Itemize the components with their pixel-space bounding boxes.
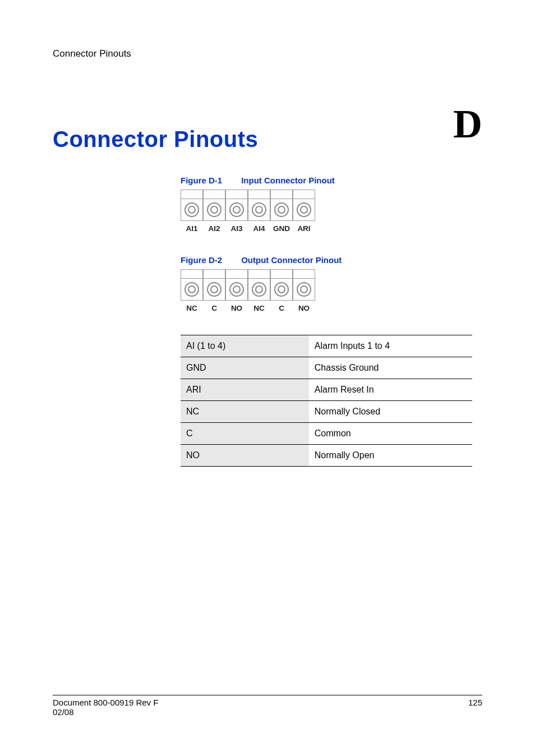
figure-d2-title: Output Connector Pinout — [241, 255, 342, 265]
figure-d2-prefix: Figure D-2 — [181, 255, 222, 265]
abbr-cell: NC — [181, 401, 309, 423]
terminal: NO — [225, 269, 248, 312]
footer-left: Document 800-00919 Rev F 02/08 — [53, 698, 158, 717]
footer-doc-id: Document 800-00919 Rev F — [53, 698, 158, 707]
abbr-cell: AI (1 to 4) — [181, 335, 309, 357]
abbr-cell: C — [181, 423, 309, 445]
desc-cell: Alarm Inputs 1 to 4 — [309, 335, 472, 357]
terminal-label: AI2 — [208, 224, 220, 233]
pinout-table: AI (1 to 4) Alarm Inputs 1 to 4 GND Chas… — [181, 335, 472, 467]
screw-icon — [274, 202, 289, 217]
table-row: ARI Alarm Reset In — [181, 379, 472, 401]
table-row: AI (1 to 4) Alarm Inputs 1 to 4 — [181, 335, 472, 357]
terminal-label: ARI — [297, 224, 310, 233]
screw-icon — [297, 282, 311, 297]
footer-date: 02/08 — [53, 707, 158, 717]
terminal-label: AI3 — [230, 224, 242, 233]
page: Connector Pinouts D Connector Pinouts Fi… — [0, 0, 535, 756]
terminal: NC — [181, 269, 203, 312]
terminal: AI2 — [203, 190, 225, 233]
terminal-label: AI4 — [253, 224, 265, 233]
screw-icon — [185, 282, 199, 297]
footer-page-number: 125 — [468, 698, 482, 717]
figure-d1: Figure D-1Input Connector Pinout AI1 AI2… — [181, 176, 472, 233]
content-column: Figure D-1Input Connector Pinout AI1 AI2… — [181, 176, 472, 467]
figure-d2: Figure D-2Output Connector Pinout NC C N… — [181, 255, 472, 312]
table-row: NO Normally Open — [181, 445, 472, 467]
screw-icon — [207, 282, 222, 297]
terminal-label: NC — [186, 304, 197, 312]
abbr-cell: GND — [181, 357, 309, 379]
screw-icon — [252, 282, 266, 297]
screw-icon — [185, 202, 199, 217]
terminal: C — [270, 269, 293, 312]
table-row: NC Normally Closed — [181, 401, 472, 423]
terminal: GND — [270, 190, 293, 233]
figure-d1-caption: Figure D-1Input Connector Pinout — [181, 176, 472, 185]
screw-icon — [229, 282, 244, 297]
abbr-cell: ARI — [181, 379, 309, 401]
terminal-label: NC — [253, 304, 265, 312]
terminal: AI3 — [225, 190, 248, 233]
running-header: Connector Pinouts — [53, 48, 482, 59]
terminal-label: C — [279, 304, 284, 312]
figure-d1-prefix: Figure D-1 — [181, 176, 222, 185]
terminal-label: NO — [231, 304, 242, 312]
screw-icon — [229, 202, 244, 217]
terminal: NC — [248, 269, 270, 312]
screw-icon — [207, 202, 222, 217]
page-title: Connector Pinouts — [53, 127, 482, 152]
desc-cell: Alarm Reset In — [309, 379, 472, 401]
abbr-cell: NO — [181, 445, 309, 467]
terminal: NO — [293, 269, 315, 312]
figure-d2-terminals: NC C NO NC — [181, 269, 472, 312]
terminal: C — [203, 269, 225, 312]
screw-icon — [274, 282, 289, 297]
terminal-label: NO — [298, 304, 310, 312]
desc-cell: Normally Closed — [309, 401, 472, 423]
desc-cell: Chassis Ground — [309, 357, 472, 379]
terminal-label: C — [211, 304, 217, 312]
figure-d1-terminals: AI1 AI2 AI3 AI4 — [181, 190, 472, 233]
terminal: ARI — [293, 190, 315, 233]
screw-icon — [252, 202, 266, 217]
terminal: AI1 — [181, 190, 203, 233]
figure-d2-caption: Figure D-2Output Connector Pinout — [181, 255, 472, 265]
desc-cell: Common — [309, 423, 472, 445]
figure-d1-title: Input Connector Pinout — [241, 176, 335, 185]
terminal: AI4 — [248, 190, 270, 233]
screw-icon — [297, 202, 311, 217]
terminal-label: AI1 — [186, 224, 197, 233]
desc-cell: Normally Open — [309, 445, 472, 467]
table-row: C Common — [181, 423, 472, 445]
terminal-label: GND — [273, 224, 290, 233]
table-row: GND Chassis Ground — [181, 357, 472, 379]
appendix-letter: D — [453, 101, 482, 147]
page-footer: Document 800-00919 Rev F 02/08 125 — [53, 695, 482, 717]
